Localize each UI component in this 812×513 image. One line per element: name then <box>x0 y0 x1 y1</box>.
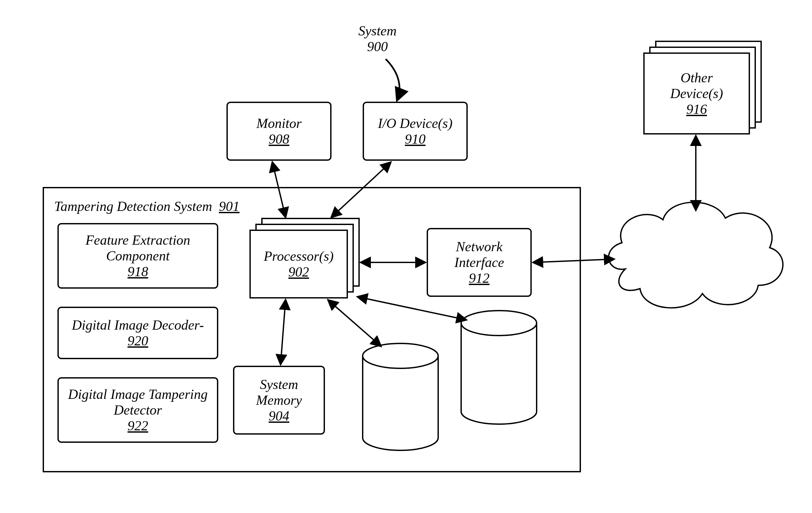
box-tampering-detector: Digital Image Tampering Detector 922 <box>57 377 218 443</box>
label-networks: Network(s) 914 <box>643 236 748 268</box>
diagram-title-num: 900 <box>335 39 420 55</box>
title-arrow <box>386 59 400 100</box>
label-system-memory: System Memory <box>256 376 302 409</box>
box-other-devices: Other Device(s) 916 <box>643 53 750 134</box>
label-other-devices: Other Device(s) <box>670 70 723 102</box>
num-decoder: 920 <box>128 333 148 349</box>
label-dig-img-storage-text: Digital Image Storage <box>460 338 538 385</box>
box-decoder: Digital Image Decoder- 920 <box>57 307 218 359</box>
box-system-memory: System Memory 904 <box>233 366 325 434</box>
label-dig-img-storage: Digital Image Storage 906 <box>460 338 538 401</box>
diagram-title-text: System <box>335 23 420 39</box>
box-monitor: Monitor 908 <box>227 102 331 161</box>
box-feature-extraction: Feature Extraction Component 918 <box>57 223 218 289</box>
label-processor: Processor(s) <box>264 248 334 264</box>
label-tampering-detector: Digital Image Tampering Detector <box>68 386 207 418</box>
label-io-devices: I/O Device(s) <box>378 116 452 131</box>
title-tampering-system-num: 901 <box>219 199 240 214</box>
num-feature-extraction: 918 <box>128 264 148 279</box>
diagram-canvas: System 900 Monitor 908 I/O Device(s) 910… <box>0 0 812 513</box>
box-processor: Processor(s) 902 <box>250 230 348 299</box>
num-networks: 914 <box>643 252 748 268</box>
num-data-storage: 905 <box>361 408 440 423</box>
num-dig-img-storage: 906 <box>460 385 538 401</box>
num-system-memory: 904 <box>269 408 289 424</box>
label-data-storage: Data Storage 905 <box>361 375 440 423</box>
label-monitor: Monitor <box>256 116 301 131</box>
num-tampering-detector: 922 <box>128 418 148 433</box>
num-other-devices: 916 <box>686 101 707 117</box>
label-network-interface: Network Interface <box>454 239 504 271</box>
label-networks-text: Network(s) <box>643 236 748 252</box>
num-io-devices: 910 <box>405 131 426 147</box>
label-data-storage-text: Data Storage <box>361 375 440 408</box>
num-monitor: 908 <box>269 131 289 147</box>
box-network-interface: Network Interface 912 <box>427 228 532 297</box>
diagram-title: System 900 <box>335 23 420 55</box>
label-decoder: Digital Image Decoder- <box>72 317 204 333</box>
label-feature-extraction: Feature Extraction Component <box>85 232 190 264</box>
num-processor: 902 <box>289 264 309 280</box>
box-io-devices: I/O Device(s) 910 <box>363 102 468 161</box>
title-tampering-system-text: Tampering Detection System <box>54 199 212 214</box>
num-network-interface: 912 <box>469 270 490 286</box>
title-tampering-system: Tampering Detection System 901 <box>54 199 240 214</box>
